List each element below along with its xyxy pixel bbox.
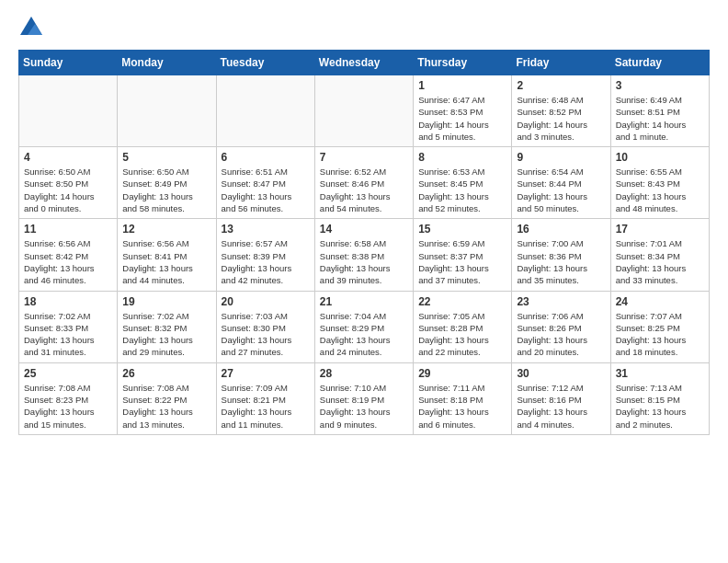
calendar-week-row: 25Sunrise: 7:08 AM Sunset: 8:23 PM Dayli… xyxy=(19,362,710,434)
day-detail: Sunrise: 7:10 AM Sunset: 8:19 PM Dayligh… xyxy=(320,382,408,431)
calendar-week-row: 4Sunrise: 6:50 AM Sunset: 8:50 PM Daylig… xyxy=(19,147,710,219)
day-detail: Sunrise: 6:56 AM Sunset: 8:41 PM Dayligh… xyxy=(122,237,210,286)
day-number: 2 xyxy=(517,79,605,92)
calendar-cell: 13Sunrise: 6:57 AM Sunset: 8:39 PM Dayli… xyxy=(216,219,314,291)
weekday-header-monday: Monday xyxy=(118,51,216,75)
calendar-cell: 11Sunrise: 6:56 AM Sunset: 8:42 PM Dayli… xyxy=(19,219,118,291)
calendar-cell: 29Sunrise: 7:11 AM Sunset: 8:18 PM Dayli… xyxy=(414,362,512,434)
day-number: 23 xyxy=(517,295,605,308)
day-detail: Sunrise: 7:08 AM Sunset: 8:22 PM Dayligh… xyxy=(122,382,210,431)
calendar-cell xyxy=(314,75,413,147)
day-detail: Sunrise: 6:53 AM Sunset: 8:45 PM Dayligh… xyxy=(418,166,506,214)
day-number: 19 xyxy=(122,295,210,308)
calendar-cell: 1Sunrise: 6:47 AM Sunset: 8:53 PM Daylig… xyxy=(414,75,512,147)
day-number: 4 xyxy=(24,151,112,164)
day-detail: Sunrise: 7:05 AM Sunset: 8:28 PM Dayligh… xyxy=(418,310,506,359)
day-detail: Sunrise: 6:49 AM Sunset: 8:51 PM Dayligh… xyxy=(616,94,704,143)
day-number: 12 xyxy=(122,223,210,236)
header xyxy=(18,15,710,40)
day-detail: Sunrise: 6:56 AM Sunset: 8:42 PM Dayligh… xyxy=(24,237,112,286)
day-detail: Sunrise: 6:55 AM Sunset: 8:43 PM Dayligh… xyxy=(616,166,704,214)
calendar-cell: 26Sunrise: 7:08 AM Sunset: 8:22 PM Dayli… xyxy=(118,362,216,434)
day-detail: Sunrise: 7:03 AM Sunset: 8:30 PM Dayligh… xyxy=(222,310,310,359)
calendar-cell: 5Sunrise: 6:50 AM Sunset: 8:49 PM Daylig… xyxy=(118,147,216,219)
day-detail: Sunrise: 7:07 AM Sunset: 8:25 PM Dayligh… xyxy=(616,310,704,359)
calendar-cell: 10Sunrise: 6:55 AM Sunset: 8:43 PM Dayli… xyxy=(610,147,709,219)
day-detail: Sunrise: 6:47 AM Sunset: 8:53 PM Dayligh… xyxy=(418,94,506,143)
day-detail: Sunrise: 7:02 AM Sunset: 8:33 PM Dayligh… xyxy=(24,310,112,359)
day-number: 9 xyxy=(517,151,605,164)
calendar-cell: 28Sunrise: 7:10 AM Sunset: 8:19 PM Dayli… xyxy=(314,362,413,434)
calendar-cell: 7Sunrise: 6:52 AM Sunset: 8:46 PM Daylig… xyxy=(314,147,413,219)
day-number: 16 xyxy=(517,223,605,236)
calendar-cell: 23Sunrise: 7:06 AM Sunset: 8:26 PM Dayli… xyxy=(512,291,610,362)
day-number: 22 xyxy=(418,295,506,308)
calendar-cell: 24Sunrise: 7:07 AM Sunset: 8:25 PM Dayli… xyxy=(610,291,709,362)
day-detail: Sunrise: 6:51 AM Sunset: 8:47 PM Dayligh… xyxy=(222,166,310,214)
calendar-cell: 27Sunrise: 7:09 AM Sunset: 8:21 PM Dayli… xyxy=(216,362,314,434)
calendar-cell: 6Sunrise: 6:51 AM Sunset: 8:47 PM Daylig… xyxy=(216,147,314,219)
day-detail: Sunrise: 6:57 AM Sunset: 8:39 PM Dayligh… xyxy=(222,237,310,286)
calendar-cell xyxy=(216,75,314,147)
day-detail: Sunrise: 7:12 AM Sunset: 8:16 PM Dayligh… xyxy=(517,382,605,431)
day-detail: Sunrise: 7:00 AM Sunset: 8:36 PM Dayligh… xyxy=(517,237,605,286)
day-number: 14 xyxy=(320,223,408,236)
calendar-cell: 30Sunrise: 7:12 AM Sunset: 8:16 PM Dayli… xyxy=(512,362,610,434)
logo xyxy=(18,15,48,40)
calendar-cell xyxy=(19,75,118,147)
day-detail: Sunrise: 6:50 AM Sunset: 8:49 PM Dayligh… xyxy=(122,166,210,214)
weekday-header-sunday: Sunday xyxy=(19,51,118,75)
day-number: 28 xyxy=(320,367,408,380)
calendar-cell: 8Sunrise: 6:53 AM Sunset: 8:45 PM Daylig… xyxy=(414,147,512,219)
calendar-cell: 16Sunrise: 7:00 AM Sunset: 8:36 PM Dayli… xyxy=(512,219,610,291)
calendar-cell: 14Sunrise: 6:58 AM Sunset: 8:38 PM Dayli… xyxy=(314,219,413,291)
calendar-week-row: 18Sunrise: 7:02 AM Sunset: 8:33 PM Dayli… xyxy=(19,291,710,362)
day-detail: Sunrise: 6:54 AM Sunset: 8:44 PM Dayligh… xyxy=(517,166,605,214)
calendar-cell: 15Sunrise: 6:59 AM Sunset: 8:37 PM Dayli… xyxy=(414,219,512,291)
day-number: 8 xyxy=(418,151,506,164)
calendar-cell: 22Sunrise: 7:05 AM Sunset: 8:28 PM Dayli… xyxy=(414,291,512,362)
day-number: 24 xyxy=(616,295,704,308)
calendar-cell: 20Sunrise: 7:03 AM Sunset: 8:30 PM Dayli… xyxy=(216,291,314,362)
calendar-cell: 31Sunrise: 7:13 AM Sunset: 8:15 PM Dayli… xyxy=(610,362,709,434)
day-number: 10 xyxy=(616,151,704,164)
page-container: SundayMondayTuesdayWednesdayThursdayFrid… xyxy=(0,0,728,446)
day-number: 26 xyxy=(122,367,210,380)
weekday-header-friday: Friday xyxy=(512,51,610,75)
day-number: 25 xyxy=(24,367,112,380)
weekday-header-saturday: Saturday xyxy=(610,51,709,75)
calendar-cell: 3Sunrise: 6:49 AM Sunset: 8:51 PM Daylig… xyxy=(610,75,709,147)
day-number: 20 xyxy=(222,295,310,308)
calendar-cell: 17Sunrise: 7:01 AM Sunset: 8:34 PM Dayli… xyxy=(610,219,709,291)
calendar-week-row: 11Sunrise: 6:56 AM Sunset: 8:42 PM Dayli… xyxy=(19,219,710,291)
calendar-cell: 9Sunrise: 6:54 AM Sunset: 8:44 PM Daylig… xyxy=(512,147,610,219)
day-detail: Sunrise: 7:09 AM Sunset: 8:21 PM Dayligh… xyxy=(222,382,310,431)
weekday-header-tuesday: Tuesday xyxy=(216,51,314,75)
day-detail: Sunrise: 7:01 AM Sunset: 8:34 PM Dayligh… xyxy=(616,237,704,286)
day-number: 31 xyxy=(616,367,704,380)
day-number: 7 xyxy=(320,151,408,164)
day-number: 15 xyxy=(418,223,506,236)
day-number: 13 xyxy=(222,223,310,236)
day-detail: Sunrise: 7:02 AM Sunset: 8:32 PM Dayligh… xyxy=(122,310,210,359)
day-detail: Sunrise: 7:06 AM Sunset: 8:26 PM Dayligh… xyxy=(517,310,605,359)
day-detail: Sunrise: 7:04 AM Sunset: 8:29 PM Dayligh… xyxy=(320,310,408,359)
calendar-cell: 25Sunrise: 7:08 AM Sunset: 8:23 PM Dayli… xyxy=(19,362,118,434)
calendar-cell: 18Sunrise: 7:02 AM Sunset: 8:33 PM Dayli… xyxy=(19,291,118,362)
day-detail: Sunrise: 7:11 AM Sunset: 8:18 PM Dayligh… xyxy=(418,382,506,431)
calendar-cell: 12Sunrise: 6:56 AM Sunset: 8:41 PM Dayli… xyxy=(118,219,216,291)
day-number: 5 xyxy=(122,151,210,164)
day-number: 18 xyxy=(24,295,112,308)
calendar-cell: 2Sunrise: 6:48 AM Sunset: 8:52 PM Daylig… xyxy=(512,75,610,147)
day-detail: Sunrise: 6:58 AM Sunset: 8:38 PM Dayligh… xyxy=(320,237,408,286)
calendar-table: SundayMondayTuesdayWednesdayThursdayFrid… xyxy=(18,50,710,435)
calendar-week-row: 1Sunrise: 6:47 AM Sunset: 8:53 PM Daylig… xyxy=(19,75,710,147)
day-number: 3 xyxy=(616,79,704,92)
calendar-cell: 4Sunrise: 6:50 AM Sunset: 8:50 PM Daylig… xyxy=(19,147,118,219)
day-detail: Sunrise: 6:52 AM Sunset: 8:46 PM Dayligh… xyxy=(320,166,408,214)
day-detail: Sunrise: 6:50 AM Sunset: 8:50 PM Dayligh… xyxy=(24,166,112,214)
calendar-cell xyxy=(118,75,216,147)
day-detail: Sunrise: 6:48 AM Sunset: 8:52 PM Dayligh… xyxy=(517,94,605,143)
day-number: 29 xyxy=(418,367,506,380)
day-detail: Sunrise: 7:13 AM Sunset: 8:15 PM Dayligh… xyxy=(616,382,704,431)
